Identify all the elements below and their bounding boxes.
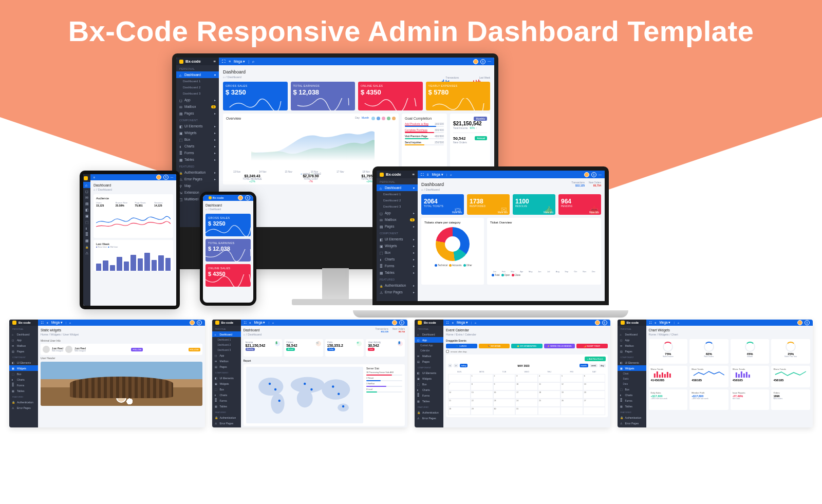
card-gross-sales[interactable]: GROSS SALES$ 3250 (206, 214, 251, 236)
laptop-header: ⛶≡ Mega ▾| 5⋯ (418, 171, 605, 178)
sidebar-item-charts[interactable]: Charts▸ (176, 143, 219, 150)
user-avatar[interactable] (156, 175, 161, 180)
fullscreen-icon[interactable]: ⛶ (222, 60, 226, 63)
overview-legend (371, 117, 396, 120)
card-online-sales[interactable]: ONLINE SALES$ 4350 (358, 82, 423, 110)
sidebar-item-dashboard[interactable]: Dashboard▾ (377, 184, 418, 191)
avatar (43, 346, 50, 353)
card-online-sales[interactable]: ONLINE SALES$ 4350 (206, 264, 251, 287)
brand[interactable]: Bx-code≡ (176, 58, 219, 65)
sidebar-section-featured: FEATURED (176, 163, 219, 169)
event-sleep[interactable]: 🌙 SLEEP TIGHT (576, 344, 608, 348)
calendar-prev-button[interactable]: < (448, 364, 452, 367)
sidebar-item-errorpages[interactable]: Error Pages▸ (176, 176, 219, 182)
badge-annual: Annual (475, 136, 487, 140)
svg-rect-31 (666, 372, 668, 378)
sidebar-item-tables[interactable]: Tables▸ (176, 156, 219, 163)
event-lunch[interactable]: 🔵 LUNCH (446, 344, 477, 348)
menu-icon[interactable]: ≡ (229, 60, 231, 63)
event-homework[interactable]: ⭐ DO HOMEWORK (511, 344, 543, 348)
remove-after-drop-checkbox[interactable]: remove after drop (446, 350, 608, 353)
calendar-today-button[interactable]: today (460, 364, 468, 367)
calendar-day-tab[interactable]: day (599, 364, 605, 367)
card-total-earnings[interactable]: TOTAL EARNINGS$ 12,038 (206, 239, 251, 262)
search-icon[interactable] (252, 60, 254, 63)
page-title: Dashboard (223, 69, 490, 74)
card-gross-sales[interactable]: GROSS SALES$ 3250 (223, 82, 288, 110)
sidebar-item-pages[interactable]: Pages▸ (176, 110, 219, 117)
phone-header: Bx-code 5 (203, 195, 253, 201)
svg-point-13 (271, 394, 284, 414)
cell-income: 💲Income$21,150,542Monthly (244, 339, 283, 357)
user-avatar[interactable] (473, 59, 478, 64)
svg-rect-38 (749, 375, 750, 378)
cell-user-activity: 👤User Activity30,542Live (366, 339, 405, 357)
follow-button[interactable]: FOLLOW (189, 348, 200, 351)
card-pending[interactable]: 964Pending📥More Info (558, 194, 601, 215)
svg-point-23 (332, 385, 334, 387)
app-icon (179, 99, 182, 102)
thumb-calendar[interactable]: Bx-code PERSONAL Dashboard App Contact A… (415, 320, 610, 427)
home-icon (179, 73, 182, 77)
avatar (65, 346, 72, 353)
laptop-sidebar: Bx-code≡ PERSONAL Dashboard▾ Dashboard 1… (377, 171, 418, 301)
svg-rect-34 (738, 374, 740, 378)
calendar-month-tab[interactable]: month (580, 364, 588, 367)
mega-menu[interactable]: Mega ▾ (234, 60, 245, 64)
follow-button[interactable]: FOLLOW (131, 348, 143, 351)
laptop-device: Bx-code≡ PERSONAL Dashboard▾ Dashboard 1… (367, 166, 614, 315)
mail-icon (179, 105, 182, 108)
sidebar-item-dashboard2[interactable]: Dashboard 2 (176, 84, 219, 90)
calendar-week-tab[interactable]: week (590, 364, 597, 367)
monitor-header: ⛶ ≡ Mega ▾ | 5 ⋯ (219, 58, 494, 65)
sidebar-section-component: COMPONENT (176, 117, 219, 123)
svg-rect-37 (746, 372, 748, 378)
sidebar-item-box[interactable]: Box▸ (176, 136, 219, 143)
event-uidesign[interactable]: ⚡ WORK ON UI DESIGN (544, 344, 575, 348)
tables-icon (179, 158, 182, 161)
thumb-report-map[interactable]: Bx-code PERSONAL Dashboard Dashboard 1 D… (212, 320, 408, 427)
forms-icon (179, 152, 182, 155)
calendar-grid[interactable]: SUNMONTUEWEDTHUFRISAT1234567891011121314… (448, 369, 606, 415)
svg-point-18 (268, 383, 270, 385)
pages-icon (179, 112, 182, 115)
sidebar-item-widgets[interactable]: Widgets▸ (176, 129, 219, 136)
notification-count[interactable]: 5 (480, 59, 485, 64)
sidebar-item-dashboard[interactable] (83, 182, 90, 188)
sidebar-item-dashboard1[interactable]: Dashboard 1 (176, 78, 219, 84)
tablet-sidebar: Bx-code (83, 174, 90, 306)
world-map[interactable] (246, 367, 364, 423)
sidebar-section-personal: PERSONAL (176, 65, 219, 71)
add-event-button[interactable]: + Add New Event (585, 357, 606, 361)
svg-rect-30 (664, 374, 665, 378)
sidebar-item-mailbox[interactable]: Mailbox5 (176, 103, 219, 110)
sidebar-item-dashboard[interactable]: Dashboard▾ (176, 71, 219, 78)
card-total-earnings[interactable]: TOTAL EARNINGS$ 12,038 (291, 82, 356, 110)
calendar-next-button[interactable]: > (454, 364, 458, 367)
svg-rect-33 (736, 372, 737, 378)
sidebar-item-app[interactable]: App▸ (176, 97, 219, 103)
sidebar-item-forms[interactable]: Forms▸ (176, 150, 219, 156)
tickets-donut-chart (436, 227, 470, 261)
overview-range-tabs[interactable]: DayMonth (355, 116, 369, 119)
sidebar-item-auth[interactable]: Authentication▸ (176, 169, 219, 176)
card-resolve[interactable]: 1100Resolve👍More Info (513, 194, 555, 215)
card-yearly-expenses[interactable]: YEARLY EXPENSES$ 5780 (426, 82, 491, 110)
tablet-header: ≡ 5⋯ (90, 174, 176, 180)
svg-rect-35 (741, 371, 742, 378)
thumb-chart-widgets[interactable]: Bx-code PERSONAL Dashboard App Mailbox P… (618, 320, 813, 427)
sidebar-item-map[interactable]: Map (176, 182, 219, 189)
svg-rect-36 (743, 374, 745, 378)
calendar-panel: + Add New Event < > today MAY 2023 month… (446, 354, 608, 417)
card-total-tickets[interactable]: 2064Total Tickets🎟More Info (421, 194, 464, 215)
svg-rect-27 (656, 371, 658, 378)
page-title: Dashboard (206, 203, 251, 207)
event-gohome[interactable]: 🎉 GO HOME (479, 344, 510, 348)
sidebar-item-ui[interactable]: UI Elements▸ (176, 123, 219, 129)
user-avatar[interactable] (238, 195, 243, 200)
badge-monthly: Monthly (474, 117, 487, 121)
settings-icon[interactable]: ⋯ (488, 60, 491, 64)
thumb-user-widgets[interactable]: Bx-code PERSONAL Dashboard App Mailbox P… (9, 320, 205, 427)
card-responded[interactable]: 1738Responded✉More Info (467, 194, 510, 215)
sidebar-item-dashboard3[interactable]: Dashboard 3 (176, 90, 219, 97)
